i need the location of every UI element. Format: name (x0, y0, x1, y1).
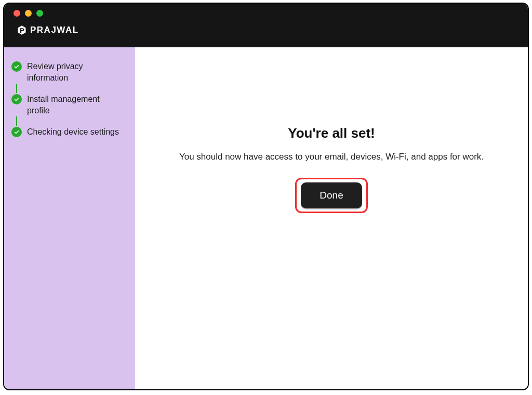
brand: PRAJWAL (11, 25, 521, 35)
minimize-window-icon[interactable] (25, 10, 32, 17)
main-content: You're all set! You should now have acce… (135, 47, 528, 389)
step-install-profile: Install management profile (11, 94, 128, 116)
app-window: PRAJWAL Review privacy information Insta… (3, 3, 529, 390)
brand-name: PRAJWAL (30, 25, 79, 35)
titlebar: PRAJWAL (4, 4, 528, 47)
page-title: You're all set! (288, 125, 375, 141)
step-list: Review privacy information Install manag… (11, 61, 128, 138)
done-button[interactable]: Done (301, 182, 362, 208)
done-highlight-box: Done (295, 178, 367, 213)
step-label: Install management profile (27, 94, 121, 116)
step-label: Checking device settings (27, 126, 119, 138)
step-review-privacy: Review privacy information (11, 61, 128, 83)
check-circle-icon (11, 127, 22, 137)
step-connector (16, 84, 17, 93)
brand-logo-icon (17, 25, 27, 35)
step-check-settings: Checking device settings (11, 126, 128, 138)
maximize-window-icon[interactable] (36, 10, 43, 17)
sidebar: Review privacy information Install manag… (4, 47, 135, 389)
check-circle-icon (11, 94, 22, 104)
step-label: Review privacy information (27, 61, 121, 83)
page-subtext: You should now have access to your email… (179, 152, 484, 162)
close-window-icon[interactable] (14, 10, 20, 17)
step-connector (16, 116, 17, 126)
check-circle-icon (11, 61, 22, 72)
window-controls (11, 9, 521, 17)
